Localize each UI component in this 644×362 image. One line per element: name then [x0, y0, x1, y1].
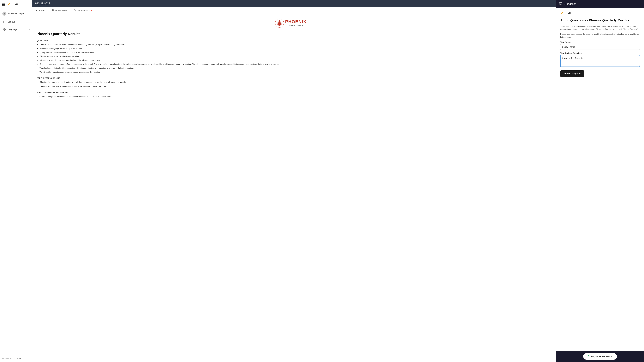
tab-messaging-label: MESSAGING [54, 9, 67, 11]
broadcast-body: ✕ LUMI Audio Questions - Phoenix Quarter… [556, 8, 644, 351]
sidebar-language-item[interactable]: Language ▾ [0, 25, 32, 33]
documents-notification-dot [91, 10, 92, 11]
list-item: You will then join a queue and will be i… [40, 85, 552, 88]
audio-description-1: This meeting is accepting audio question… [560, 25, 640, 31]
lumi-logo-text: LUMI [11, 3, 18, 6]
user-name-label: Mr Bobby Thorpe [8, 12, 24, 15]
participating-online-list: Click this link request to speak button,… [36, 81, 552, 88]
hamburger-menu-button[interactable] [2, 3, 5, 6]
list-item: Call the appropriate participant dial in… [40, 95, 552, 98]
chevron-down-icon: ▾ [29, 28, 30, 30]
home-icon [36, 9, 38, 12]
tab-home[interactable]: HOME [32, 7, 48, 14]
questions-heading: QUESTIONS [36, 39, 552, 42]
tab-home-label: HOME [39, 9, 45, 11]
list-item: Select the messaging icon at the top of … [40, 47, 552, 50]
logout-icon [2, 20, 6, 24]
participating-online-heading: PARTICIPATING ONLINE [36, 77, 552, 79]
list-item: Type your question using the chat functi… [40, 51, 552, 54]
list-item: Alternatively, questions can be asked on… [40, 59, 552, 62]
list-item: Click the orange arrow to submit your qu… [40, 55, 552, 58]
meeting-id: 992-272-027 [35, 2, 50, 5]
broadcast-cast-icon [559, 2, 562, 6]
sidebar: ✕ LUMI Mr Bobby Thorpe Log out [0, 0, 32, 362]
lumi-logo: ✕ LUMI [7, 3, 18, 6]
footer-lumi-x-icon: ✕ [13, 357, 15, 360]
meeting-id-header: 992-272-027 [32, 0, 556, 7]
audio-questions-title: Audio Questions - Phoenix Quarterly Resu… [560, 18, 640, 22]
sidebar-logout-item[interactable]: Log out [0, 18, 32, 25]
svg-text:INDUSTRIES: INDUSTRIES [288, 25, 304, 26]
questions-bullet-list: You can submit questions before and duri… [36, 43, 552, 74]
language-icon [2, 27, 6, 31]
meeting-tabs: HOME MESSAGING DOCUMENTS [32, 7, 556, 14]
phoenix-logo-svg: PHOENIX INDUSTRIES [274, 17, 315, 29]
meeting-title: Phoenix Quarterly Results [36, 32, 552, 36]
sidebar-footer: POWERED BY ✕ LUMI [0, 355, 32, 362]
broadcast-lumi-text: LUMI [564, 12, 571, 15]
left-panel: 992-272-027 HOME MESSAGING DOCUMENTS [32, 0, 556, 362]
tab-messaging[interactable]: MESSAGING [48, 7, 70, 14]
broadcast-header-label: Broadcast [564, 2, 576, 5]
phoenix-logo-area: PHOENIX INDUSTRIES [36, 17, 552, 29]
audio-description-2: Please note you must use the exact name … [560, 33, 640, 39]
svg-point-0 [4, 13, 5, 13]
main-content: 992-272-027 HOME MESSAGING DOCUMENTS [32, 0, 644, 362]
right-panel: Broadcast ✕ LUMI Audio Questions - Phoen… [556, 0, 644, 362]
participating-telephone-heading: PARTICIPATING BY TELEPHONE [36, 92, 552, 94]
tab-documents[interactable]: DOCUMENTS [70, 7, 96, 14]
list-item: You can submit questions before and duri… [40, 43, 552, 46]
messaging-icon [52, 9, 54, 12]
participating-telephone-list: Call the appropriate participant dial in… [36, 95, 552, 98]
language-label: Language [8, 28, 17, 30]
sidebar-header: ✕ LUMI [0, 0, 32, 9]
name-field-label: Your Name: [560, 41, 640, 43]
svg-text:PHOENIX: PHOENIX [285, 19, 306, 24]
list-item: We will publish questions and answers on… [40, 71, 552, 74]
broadcast-lumi-logo: ✕ LUMI [560, 11, 640, 15]
topic-field-label: Your Topic or Question: [560, 52, 640, 54]
name-input[interactable] [560, 44, 640, 50]
powered-by-text: POWERED BY [2, 358, 12, 359]
tab-documents-label: DOCUMENTS [77, 9, 90, 11]
logout-label: Log out [8, 21, 15, 23]
meeting-body: PHOENIX INDUSTRIES Phoenix Quarterly Res… [32, 14, 556, 362]
list-item: Questions may be moderated before being … [40, 63, 552, 66]
broadcast-footer: REQUEST TO SPEAK [556, 351, 644, 362]
footer-lumi-text: LUMI [16, 358, 21, 360]
broadcast-lumi-x-icon: ✕ [560, 11, 563, 15]
list-item: You should note that submitting a questi… [40, 67, 552, 70]
sidebar-user-item[interactable]: Mr Bobby Thorpe [0, 9, 32, 18]
user-avatar-icon [2, 11, 6, 16]
footer-lumi-logo: ✕ LUMI [13, 357, 21, 360]
topic-textarea[interactable]: Quarterly Results [560, 55, 640, 67]
list-item: Click this link request to speak button,… [40, 81, 552, 84]
request-to-speak-label: REQUEST TO SPEAK [591, 355, 613, 358]
microphone-icon [587, 355, 590, 358]
lumi-x-icon: ✕ [7, 3, 10, 6]
request-to-speak-button[interactable]: REQUEST TO SPEAK [583, 353, 617, 360]
broadcast-header: Broadcast [556, 0, 644, 8]
documents-icon [74, 9, 76, 12]
submit-request-button[interactable]: Submit Request [560, 70, 584, 77]
